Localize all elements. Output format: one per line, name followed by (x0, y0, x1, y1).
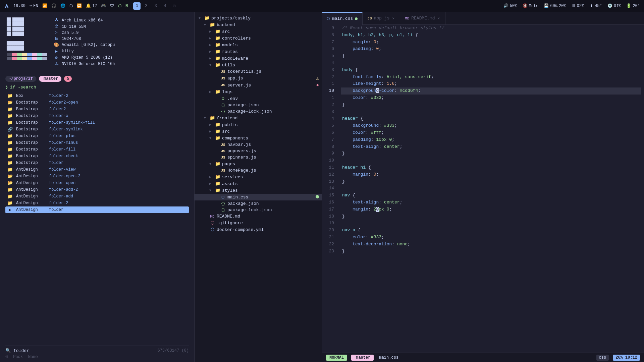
tree-item-docker[interactable]: ⬡ docker-compose.yml (195, 226, 322, 233)
tree-item-routes[interactable]: ▶ 📁 routes (195, 48, 322, 55)
workspace-1[interactable]: 1 (133, 2, 141, 10)
tree-item-middleware[interactable]: ▶ 📁 middleware (195, 55, 322, 62)
list-item[interactable]: 📁 AntDesign folder-view (5, 166, 189, 173)
list-item[interactable]: 📁 Bootstrap folder-minus (5, 139, 189, 146)
folder-icon: 📁 (215, 181, 221, 186)
tree-item-services[interactable]: ▶ 📁 services (195, 174, 322, 180)
tab-maincss[interactable]: ⬡ main.css (322, 12, 363, 25)
col-pack: Pack (13, 355, 23, 359)
tree-item-styles[interactable]: ▼ 📁 styles (195, 187, 322, 194)
md-icon: MD (209, 215, 215, 219)
folder-icon: 📁 (215, 135, 221, 141)
discord-icon: 🎮 (101, 3, 106, 8)
tree-item-components[interactable]: ▼ 📁 components (195, 135, 322, 141)
code-view[interactable]: 9 8 7 6 5 4 3 2 1 10 1 2 3 4 5 6 7 8 9 1… (322, 25, 644, 353)
folder-icon: 📁 (215, 29, 221, 34)
list-item[interactable]: 📂 AntDesign folder-open (5, 180, 189, 186)
mute-button[interactable]: 🔇 Mute (523, 3, 539, 8)
code-line (341, 185, 641, 192)
tree-item-controllers[interactable]: ▶ 📁 controllers (195, 35, 322, 42)
gpu-icon: 🖥 (572, 3, 576, 8)
tab-close-button[interactable]: ✕ (391, 15, 395, 21)
tree-item-public[interactable]: ▶ 📁 public (195, 121, 322, 128)
tree-item-backend[interactable]: ▼ 📁 backend (195, 21, 322, 28)
list-item[interactable]: 📁 Bootstrap folder-x (5, 113, 189, 119)
list-item[interactable]: 📁 Box folder-2 (5, 93, 189, 99)
code-line: } (341, 178, 641, 185)
list-item[interactable]: 📂 AntDesign folder-open-2 (5, 173, 189, 180)
tree-arrow-icon: ▶ (209, 36, 213, 40)
folder-icon: 📁 (7, 93, 13, 99)
tree-item-pkg-backend[interactable]: {} package.json (195, 102, 322, 108)
tree-item-frontend[interactable]: ▼ 📁 frontend (195, 115, 322, 121)
tree-item-utils[interactable]: ▼ 📁 utils (195, 62, 322, 68)
tree-arrow-icon: ▶ (209, 29, 213, 34)
list-item[interactable]: 📁 AntDesign folder-add-2 (5, 186, 189, 193)
tab-close-button2[interactable]: ✕ (437, 15, 440, 21)
workspace-3[interactable]: 3 (152, 2, 159, 10)
list-item[interactable]: 📁 AntDesign folder-add (5, 193, 189, 200)
tree-item-spinners[interactable]: JS spinners.js (195, 154, 322, 161)
monitor-icon: 🖥 (54, 36, 59, 41)
ascii-art: ██ ██████ ██ ██████ ██ ██████ ██ ██████ … (7, 17, 47, 51)
tree-item-readme[interactable]: MD README.md (195, 213, 322, 220)
list-item-selected[interactable]: ▶ AntDesign folder (5, 206, 189, 213)
tree-item-models[interactable]: ▶ 📁 models (195, 42, 322, 48)
bluetooth-icon: ⬡ (69, 3, 73, 8)
topbar: 19:39 ⌨ EN 📶 🎧 🌐 ⬡ 🔁 🔔 12 🎮 🛡 ⬡ N 1 2 3 … (0, 0, 644, 12)
code-content[interactable]: /* Reset some default browser styles */ … (338, 25, 644, 353)
list-item[interactable]: 🔗 Bootstrap folder-symlink (5, 126, 189, 133)
picker-columns: G Pack Name (5, 353, 189, 359)
tree-item-tokenutils[interactable]: JS tokenUtils.js (195, 68, 322, 75)
css-tab-icon: ⬡ (327, 16, 330, 21)
icon-list[interactable]: 📁 Box folder-2 📂 Bootstrap folder2-open … (5, 93, 189, 346)
list-item[interactable]: 📁 Bootstrap folder-check (5, 153, 189, 160)
list-item[interactable]: 📁 Bootstrap folder-fill (5, 146, 189, 153)
folder-x-icon: 📁 (7, 113, 13, 119)
git-branch: master (39, 76, 61, 82)
folder-icon: 📁 (215, 62, 221, 68)
workspace-5[interactable]: 5 (171, 2, 178, 10)
folder-fill-icon: 📁 (7, 147, 13, 152)
list-item[interactable]: 📁 AntDesign folder-2 (5, 200, 189, 206)
tree-item-pkglock-backend[interactable]: {} package-lock.json (195, 108, 322, 115)
list-item[interactable]: 📁 Bootstrap folder-plus (5, 133, 189, 139)
workspace-switcher[interactable]: 1 2 3 4 5 (133, 2, 178, 10)
tab-appjs[interactable]: JS app.js ✕ (363, 12, 400, 25)
tree-item-projects[interactable]: ▼ 📁 projects/taskly (195, 15, 322, 21)
tree-arrow-icon (215, 70, 219, 73)
tree-item-logs[interactable]: ▶ 📁 logs (195, 88, 322, 95)
tree-item-homepage[interactable]: JS HomePage.js (195, 167, 322, 174)
list-item[interactable]: 📁 Bootstrap folder (5, 160, 189, 166)
tree-item-pkglock-frontend[interactable]: {} package-lock.json (195, 207, 322, 213)
tree-item-pages[interactable]: ▼ 📁 pages (195, 161, 322, 167)
list-item[interactable]: 📂 Bootstrap folder2-open (5, 99, 189, 106)
search-query[interactable]: folder (13, 348, 155, 353)
tree-arrow-icon: ▶ (209, 56, 213, 60)
tree-arrow-icon: ▼ (209, 136, 213, 140)
tree-item-pkg-frontend[interactable]: {} package.json (195, 200, 322, 207)
workspace-2[interactable]: 2 (143, 2, 150, 10)
tree-arrow-icon (215, 97, 219, 101)
tree-item-navbar[interactable]: JS navbar.js (195, 141, 322, 148)
tree-item-appjs[interactable]: JS app.js ⚠ (195, 75, 322, 82)
tree-item-serverjs[interactable]: JS server.js ● (195, 82, 322, 88)
cpu2-icon: ⚙ (54, 55, 59, 60)
folder-icon: 📁 (209, 115, 215, 121)
tree-item-src-frontend[interactable]: ▶ 📁 src (195, 128, 322, 135)
tree-item-src[interactable]: ▶ 📁 src (195, 28, 322, 35)
tree-item-env[interactable]: ⚙ .env (195, 95, 322, 102)
list-item[interactable]: 📁 Bootstrap folder2 (5, 106, 189, 113)
tree-arrow-icon: ▼ (204, 116, 208, 120)
tree-item-popovers[interactable]: JS popovers.js (195, 148, 322, 154)
tree-arrow-icon: ▼ (204, 23, 208, 27)
gpu2-icon: 🖧 (54, 61, 59, 66)
list-item[interactable]: 📁 Bootstrap folder-symlink-fill (5, 119, 189, 126)
tree-item-assets[interactable]: ▶ 📁 assets (195, 180, 322, 187)
tab-readme[interactable]: MD README.md ✕ (400, 12, 445, 25)
tree-item-maincss[interactable]: ⬡ main.css (195, 194, 322, 200)
js-icon: JS (220, 83, 226, 87)
tree-arrow-icon (215, 76, 219, 80)
tree-item-gitignore[interactable]: ⬡ .gitignore (195, 220, 322, 226)
workspace-4[interactable]: 4 (161, 2, 169, 10)
